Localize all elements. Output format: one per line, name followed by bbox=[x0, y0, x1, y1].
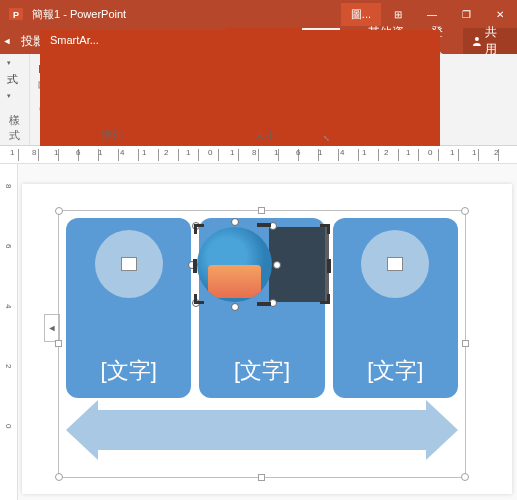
crop-handle-n[interactable] bbox=[257, 223, 271, 227]
crop-handle-se[interactable] bbox=[320, 294, 330, 304]
smartart-card-1[interactable]: [文字] bbox=[66, 218, 191, 398]
group-label-size: 大小 ⤡ bbox=[199, 127, 330, 143]
card-text-2[interactable]: [文字] bbox=[234, 356, 290, 386]
picture-placeholder-1[interactable] bbox=[95, 230, 163, 298]
slide-canvas[interactable]: ◄ [文字] bbox=[18, 164, 517, 500]
tabs-scroll-left[interactable]: ◄ bbox=[0, 28, 14, 54]
crop-handle-s[interactable] bbox=[257, 302, 271, 306]
crop-handle-sw[interactable] bbox=[194, 294, 204, 304]
share-icon bbox=[471, 35, 483, 47]
document-title: 簡報1 - PowerPoint bbox=[32, 7, 126, 22]
svg-text:P: P bbox=[13, 10, 19, 20]
group-label-arrange: 排列 bbox=[34, 127, 190, 143]
picture-icon bbox=[387, 257, 403, 271]
size-dialog-launcher[interactable]: ⤡ bbox=[323, 134, 330, 143]
picture-icon bbox=[121, 257, 137, 271]
card-text-3[interactable]: [文字] bbox=[367, 356, 423, 386]
ribbon-group-styles: ▾ 式 ▾ 樣式 bbox=[0, 54, 30, 145]
app-icon: P bbox=[6, 4, 26, 24]
style-dropdown-2[interactable]: ▾ bbox=[4, 90, 21, 102]
share-button[interactable]: 共用 bbox=[463, 28, 517, 54]
context-tab-headers: SmartAr... 圖... bbox=[341, 3, 381, 26]
style-item[interactable]: 式 bbox=[4, 70, 21, 89]
svg-point-4 bbox=[474, 37, 478, 41]
resize-handle-n[interactable] bbox=[258, 207, 265, 214]
style-dropdown[interactable]: ▾ bbox=[4, 57, 21, 69]
resize-handle-se[interactable] bbox=[461, 473, 469, 481]
crop-handle-nw[interactable] bbox=[194, 224, 204, 234]
ruler-vertical: 86420 bbox=[0, 164, 18, 500]
card-text-1[interactable]: [文字] bbox=[101, 356, 157, 386]
img-handle-e[interactable] bbox=[273, 261, 281, 269]
crop-handle-ne[interactable] bbox=[320, 224, 330, 234]
crop-handle-w[interactable] bbox=[193, 259, 197, 273]
img-handle-n[interactable] bbox=[231, 218, 239, 226]
editor-area: 86420 ◄ [文字] bbox=[0, 164, 517, 500]
smartart-card-3[interactable]: [文字] bbox=[333, 218, 458, 398]
smartart-arrow[interactable] bbox=[96, 410, 428, 450]
selected-image[interactable] bbox=[197, 227, 327, 312]
context-tab-picture: 圖... bbox=[341, 3, 381, 26]
smartart-graphic[interactable]: ◄ [文字] bbox=[62, 214, 462, 474]
img-handle-s[interactable] bbox=[231, 303, 239, 311]
crop-handle-e[interactable] bbox=[327, 259, 331, 273]
group-label-styles: 樣式 bbox=[4, 112, 25, 143]
picture-placeholder-3[interactable] bbox=[361, 230, 429, 298]
resize-handle-w[interactable] bbox=[55, 340, 62, 347]
ruler-horizontal: 18161412101816141210112 bbox=[0, 146, 517, 164]
share-label: 共用 bbox=[485, 24, 509, 58]
resize-handle-sw[interactable] bbox=[55, 473, 63, 481]
slide[interactable]: ◄ [文字] bbox=[22, 184, 512, 494]
image-visible-region bbox=[197, 227, 272, 302]
resize-handle-ne[interactable] bbox=[461, 207, 469, 215]
resize-handle-nw[interactable] bbox=[55, 207, 63, 215]
resize-handle-e[interactable] bbox=[462, 340, 469, 347]
resize-handle-s[interactable] bbox=[258, 474, 265, 481]
